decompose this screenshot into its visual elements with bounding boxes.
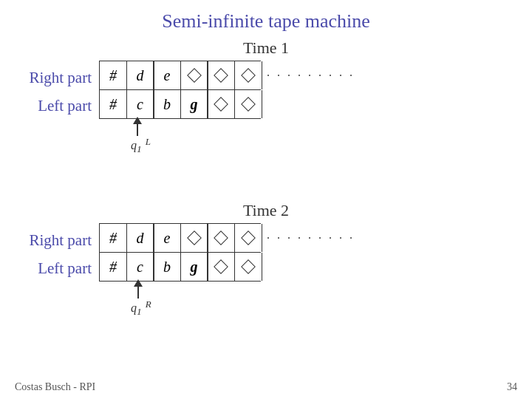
time1-r1: d <box>126 61 154 89</box>
time2-r5 <box>234 224 262 252</box>
time1-arrow-superscript: L <box>146 136 151 147</box>
time2-right-part-label: Right part <box>22 226 96 254</box>
time1-right-row: # d e <box>99 61 261 90</box>
footer: Costas Busch - RPI 34 <box>0 381 532 393</box>
time1-right-part-label: Right part <box>22 64 96 92</box>
time1-r2: e <box>153 61 181 89</box>
time2-label: Time 2 <box>0 201 532 220</box>
time2-r2: e <box>153 224 181 252</box>
time1-r5 <box>234 61 262 89</box>
time2-left-row: # c b g <box>99 253 261 282</box>
time1-left-row: # c b g <box>99 90 261 119</box>
time2-right-row: # d e <box>99 223 261 253</box>
time2-tape-extend: · · · · · · · · · <box>261 229 355 245</box>
time2-tape: # d e # c b g <box>99 223 261 282</box>
page-title: Semi-infinite tape machine <box>0 0 532 33</box>
time1-l1: c <box>126 90 154 118</box>
time2-l2: b <box>153 253 181 281</box>
time2-l0: # <box>99 253 127 281</box>
time1-q-label: q1 <box>131 139 142 151</box>
time2-arrow-superscript: R <box>146 299 151 310</box>
time2-r0: # <box>99 224 127 252</box>
time1-tape: # d e # c b g <box>99 61 261 119</box>
time2-r3 <box>180 224 208 252</box>
time2-l1: c <box>126 253 154 281</box>
time1-r3 <box>180 61 208 89</box>
time2-r1: d <box>126 224 154 252</box>
time1-r4 <box>207 61 235 89</box>
time1-left-part-label: Left part <box>22 92 96 120</box>
time1-l5 <box>234 90 262 118</box>
time1-l0: # <box>99 90 127 118</box>
time2-q-label: q1 <box>131 301 142 314</box>
time2-r4 <box>207 224 235 252</box>
time1-l3: g <box>180 90 208 118</box>
time1-label: Time 1 <box>0 38 532 58</box>
time1-tape-extend: · · · · · · · · · <box>261 66 355 83</box>
time1-l4 <box>207 90 235 118</box>
time1-r0: # <box>99 61 127 89</box>
footer-page: 34 <box>507 381 517 393</box>
time2-left-part-label: Left part <box>22 254 96 282</box>
time2-l4 <box>207 253 235 281</box>
time2-l5 <box>234 253 262 281</box>
time1-l2: b <box>153 90 181 118</box>
footer-source: Costas Busch - RPI <box>15 381 95 393</box>
time2-l3: g <box>180 253 208 281</box>
